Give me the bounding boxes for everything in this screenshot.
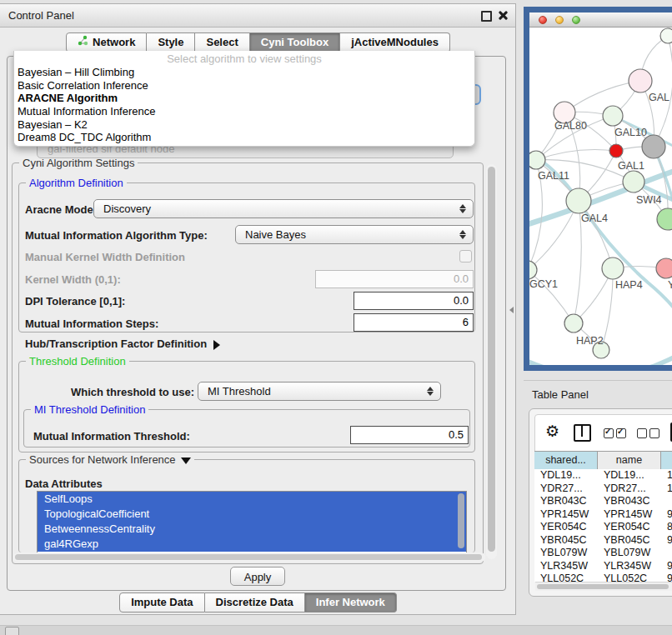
manual-kernel-checkbox[interactable] (459, 250, 472, 262)
table-row[interactable]: YBR043CYBR043C (534, 495, 672, 508)
network-node[interactable] (623, 171, 644, 192)
attribute-item-gal4rgexp[interactable]: gal4RGexp (38, 537, 466, 552)
data-attributes-label: Data Attributes (25, 478, 103, 490)
network-node[interactable] (602, 258, 624, 279)
network-node[interactable] (529, 151, 545, 169)
tab-select-label: Select (206, 34, 238, 51)
control-panel-title: Control Panel (8, 9, 74, 22)
table-cell: 13 (661, 469, 672, 482)
network-node[interactable] (660, 28, 672, 43)
network-edge[interactable] (564, 81, 640, 112)
close-icon[interactable] (498, 10, 509, 21)
network-node[interactable] (566, 188, 591, 213)
table-row[interactable]: YDR27...YDR27...12 (534, 482, 672, 496)
algorithm-option-bayesian-k2[interactable]: Bayesian – K2 (14, 118, 474, 132)
network-node[interactable] (529, 261, 537, 279)
data-attributes-list[interactable]: SelfLoopsTopologicalCoefficientBetweenne… (37, 491, 467, 554)
table-row[interactable]: YLR345WYLR345W9. (534, 560, 672, 573)
table-row[interactable]: YDL19...YDL19...13 (534, 469, 672, 482)
collapsed-panel-icon[interactable] (5, 627, 19, 635)
node-label-gal4: GAL4 (581, 212, 608, 224)
network-canvas[interactable]: GALGAL80GAL10GAL1GAL11SWI4GAL4GCY1HAP4YH… (529, 28, 672, 365)
deselect-all-checkbox-icon[interactable] (637, 428, 647, 438)
table-cell: 9. (661, 560, 672, 573)
kernel-width-field[interactable]: 0.0 (315, 270, 474, 288)
column-header-shared[interactable]: shared... (534, 452, 598, 469)
table-body[interactable]: YDL19...YDL19...13YDR27...YDR27...12YBR0… (534, 469, 672, 582)
settings-horizontal-scrollbar[interactable] (13, 552, 485, 562)
table-horizontal-thumb[interactable] (537, 584, 669, 589)
apply-button[interactable]: Apply (230, 567, 285, 586)
expand-arrow-icon[interactable] (213, 340, 220, 350)
mi-steps-field[interactable]: 6 (354, 313, 474, 332)
table-row[interactable]: YPR145WYPR145W9. (534, 508, 672, 522)
tab-select[interactable]: Select (195, 32, 249, 52)
bottom-tab-impute-data[interactable]: Impute Data (119, 592, 204, 612)
settings-horizontal-thumb[interactable] (15, 554, 482, 560)
table-row[interactable]: YER054CYER054C8. (534, 521, 672, 534)
aracne-mode-combo[interactable]: Discovery (93, 199, 474, 218)
table-cell: YLR345W (534, 560, 598, 573)
table-cell: YDR27... (534, 482, 598, 496)
network-edge[interactable] (536, 149, 616, 160)
dpi-tolerance-field[interactable]: 0.0 (354, 292, 474, 310)
tab-jactivemnodules[interactable]: jActiveMNodules (340, 32, 450, 52)
table-cell: YBR045C (534, 534, 598, 548)
algorithm-option-basic-correlation-inference[interactable]: Basic Correlation Inference (14, 79, 474, 92)
column-header-name[interactable]: name (598, 452, 661, 469)
algorithm-option-mutual-information-inference[interactable]: Mutual Information Inference (14, 105, 474, 118)
table-cell: 8. (661, 521, 672, 534)
mi-threshold-field[interactable]: 0.5 (350, 426, 469, 444)
deselect-all-checkbox-icon[interactable] (649, 428, 659, 438)
settings-scrollbar[interactable] (486, 164, 497, 559)
tab-jactivemnodules-label: jActiveMNodules (351, 34, 439, 51)
table-row[interactable]: YBR045CYBR045C9. (534, 534, 672, 548)
bottom-tabbar: Impute DataDiscretize DataInfer Network (0, 592, 516, 614)
minimize-traffic-light-icon[interactable] (555, 16, 564, 24)
split-pane-icon[interactable] (574, 424, 591, 442)
table-cell: YLL052C (534, 572, 598, 582)
tab-cyni-toolbox[interactable]: Cyni Toolbox (250, 32, 340, 52)
algorithm-option-bayesian-hill-climbing[interactable]: Bayesian – Hill Climbing (14, 66, 474, 79)
network-node[interactable] (657, 208, 672, 230)
collapse-arrow-icon[interactable] (181, 458, 191, 464)
algorithm-option-dream8-dc-tdc-algorithm[interactable]: Dream8 DC_TDC Algorithm (14, 131, 474, 144)
network-node[interactable] (656, 258, 672, 278)
bottom-tab-discretize-data[interactable]: Discretize Data (205, 592, 305, 612)
node-label-gcy1: GCY1 (529, 278, 558, 290)
network-edge[interactable] (574, 201, 581, 323)
table-horizontal-scrollbar[interactable] (535, 582, 672, 591)
table-row[interactable]: YLL052CYLL052C9. (534, 572, 672, 582)
column-header-a[interactable]: A (661, 452, 672, 469)
tab-style[interactable]: Style (147, 32, 195, 52)
attribute-item-betweennesscentrality[interactable]: BetweennessCentrality (38, 522, 466, 537)
attribute-item-topologicalcoefficient[interactable]: TopologicalCoefficient (38, 507, 466, 522)
which-threshold-combo[interactable]: MI Threshold (198, 382, 441, 401)
select-all-checkbox-icon[interactable] (604, 428, 614, 438)
algorithm-option-aracne-algorithm[interactable]: ARACNE Algorithm (14, 92, 474, 105)
gear-icon[interactable]: ⚙ (545, 422, 559, 442)
network-node[interactable] (603, 106, 623, 126)
mi-type-combo[interactable]: Naive Bayes (235, 225, 474, 244)
network-node[interactable] (629, 69, 652, 92)
settings-scrollbar-thumb[interactable] (488, 167, 495, 552)
zoom-traffic-light-icon[interactable] (572, 16, 580, 24)
algorithm-dropdown-popup: Select algorithm to view settings Bayesi… (13, 51, 475, 147)
attributes-scrollbar-thumb[interactable] (458, 493, 464, 548)
combo-arrows-icon (427, 386, 434, 397)
network-node[interactable] (609, 144, 623, 158)
network-view-window[interactable]: GALGAL80GAL10GAL1GAL11SWI4GAL4GCY1HAP4YH… (524, 7, 672, 371)
table-row[interactable]: YBL079WYBL079W (534, 547, 672, 560)
attribute-item-selfloops[interactable]: SelfLoops (38, 492, 466, 507)
network-node[interactable] (642, 135, 665, 158)
bottom-tab-infer-network[interactable]: Infer Network (305, 592, 397, 612)
network-node[interactable] (564, 314, 583, 332)
float-window-icon[interactable] (481, 11, 492, 22)
select-all-checkbox-icon[interactable] (616, 428, 626, 438)
table-cell: YLR345W (598, 560, 661, 573)
close-traffic-light-icon[interactable] (539, 16, 547, 24)
tab-network[interactable]: Network (66, 32, 147, 52)
sources-group-title[interactable]: Sources for Network Inference (26, 453, 194, 466)
splitter-handle[interactable] (509, 307, 514, 313)
hub-definition-toggle[interactable]: Hub/Transcription Factor Definition (25, 338, 220, 350)
